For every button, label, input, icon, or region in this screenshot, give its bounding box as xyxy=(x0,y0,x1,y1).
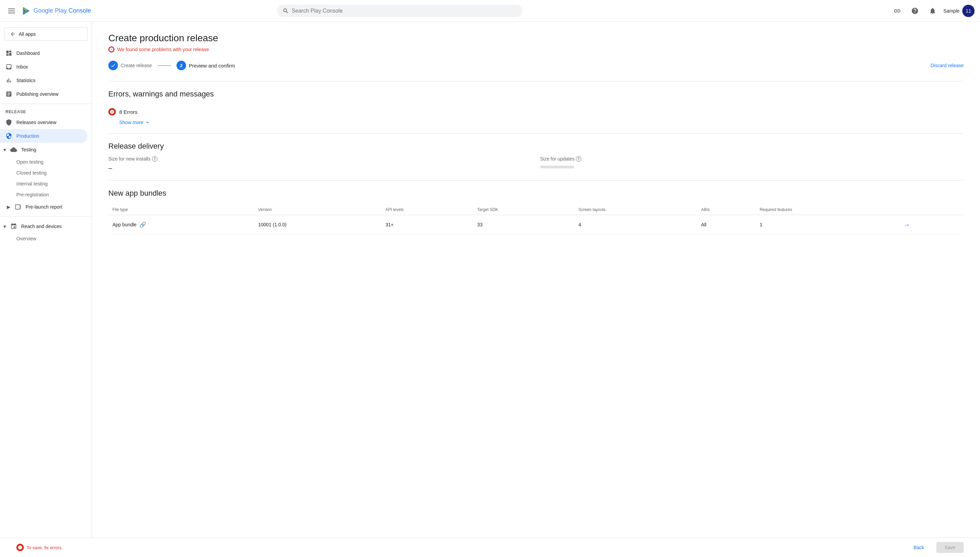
pre-registration-label: Pre-registration xyxy=(16,192,49,197)
bundle-detail-button[interactable]: → xyxy=(901,219,912,230)
step1-done-circle xyxy=(108,61,118,70)
cell-api-levels: 31+ xyxy=(381,215,473,235)
show-more-label: Show more xyxy=(119,120,143,125)
bottom-actions: Back Save xyxy=(905,542,964,553)
all-apps-label: All apps xyxy=(19,31,36,37)
sidebar-divider-2 xyxy=(0,217,92,217)
page-title: Create production release xyxy=(108,33,964,44)
col-target-sdk: Target SDK xyxy=(473,205,575,215)
divider-2 xyxy=(108,133,964,134)
inbox-label: Inbox xyxy=(16,64,28,70)
save-button[interactable]: Save xyxy=(936,542,964,553)
divider-1 xyxy=(108,81,964,81)
bundles-header-row: File type Version API levels Target SDK … xyxy=(108,205,964,215)
sidebar-item-overview[interactable]: Overview xyxy=(0,233,88,244)
bar-chart-icon xyxy=(5,77,12,84)
search-icon xyxy=(283,8,289,14)
col-abis: ABIs xyxy=(697,205,756,215)
google-play-logo xyxy=(22,6,31,16)
dashboard-icon xyxy=(5,50,12,57)
new-installs-value: – xyxy=(108,164,532,172)
new-installs-help-icon[interactable]: ? xyxy=(152,156,158,161)
back-arrow-icon xyxy=(10,31,16,37)
discard-release-button[interactable]: Discard release xyxy=(931,63,964,68)
publishing-icon xyxy=(5,91,12,98)
header-actions: Sample 11 xyxy=(891,4,975,18)
sidebar-item-pre-launch-report[interactable]: ▶ Pre-launch report xyxy=(0,200,88,214)
error-circle-icon xyxy=(108,108,116,116)
open-testing-label: Open testing xyxy=(16,159,43,164)
user-info[interactable]: Sample 11 xyxy=(944,5,975,17)
overview-label: Overview xyxy=(16,236,36,241)
internal-testing-label: Internal testing xyxy=(16,181,48,186)
production-icon xyxy=(5,133,12,139)
sidebar-item-pre-registration[interactable]: Pre-registration xyxy=(0,189,88,200)
bundle-link-icon: 🔗 xyxy=(139,221,146,228)
cell-target-sdk: 33 xyxy=(473,215,575,235)
table-row: App bundle 🔗 10001 (1.0.0) 31+ 33 4 All … xyxy=(108,215,964,235)
updates-loading-bar xyxy=(540,166,574,168)
releases-overview-label: Releases overview xyxy=(16,120,57,125)
help-button[interactable] xyxy=(908,4,922,18)
pre-launch-icon xyxy=(15,204,21,210)
sidebar-item-production[interactable]: Production xyxy=(0,129,88,143)
cell-screen-layouts: 4 xyxy=(575,215,697,235)
search-input[interactable] xyxy=(292,8,517,14)
sidebar-item-internal-testing[interactable]: Internal testing xyxy=(0,178,88,189)
step2-active-circle: 2 xyxy=(177,61,186,70)
sidebar: All apps Dashboard Inbox Statistics Pu xyxy=(0,22,92,537)
link-icon xyxy=(894,7,901,15)
sidebar-item-dashboard[interactable]: Dashboard xyxy=(0,46,88,60)
sidebar-item-releases-overview[interactable]: Releases overview xyxy=(0,116,88,129)
new-installs-label: Size for new installs ? xyxy=(108,156,532,161)
bottom-error-icon xyxy=(16,544,24,551)
sidebar-item-reach-and-devices[interactable]: ▾ Reach and devices xyxy=(0,220,88,233)
sidebar-item-open-testing[interactable]: Open testing xyxy=(0,156,88,168)
bundles-title: New app bundles xyxy=(108,189,964,198)
testing-icon xyxy=(10,146,17,153)
reach-icon xyxy=(10,223,17,230)
sidebar-item-testing[interactable]: ▾ Testing xyxy=(0,143,88,156)
updates-help-icon[interactable]: ? xyxy=(576,156,581,161)
menu-button[interactable] xyxy=(5,6,18,16)
dashboard-label: Dashboard xyxy=(16,50,40,56)
subtitle-text: We found some problems with your release xyxy=(117,47,209,52)
col-action xyxy=(897,205,964,215)
search-bar[interactable] xyxy=(277,5,522,17)
sidebar-item-closed-testing[interactable]: Closed testing xyxy=(0,168,88,178)
errors-section: Errors, warnings and messages 8 Errors S… xyxy=(108,90,964,125)
bundles-table: File type Version API levels Target SDK … xyxy=(108,205,964,235)
sidebar-item-inbox[interactable]: Inbox xyxy=(0,60,88,73)
step1-label: Create release xyxy=(120,63,152,68)
main-layout: All apps Dashboard Inbox Statistics Pu xyxy=(0,22,980,537)
new-installs-block: Size for new installs ? – xyxy=(108,156,532,172)
reach-and-devices-label: Reach and devices xyxy=(21,224,62,229)
divider-3 xyxy=(108,180,964,181)
error-icon xyxy=(18,545,23,550)
subtitle-error-icon xyxy=(108,46,114,52)
sidebar-item-publishing-overview[interactable]: Publishing overview xyxy=(0,87,88,101)
sidebar-item-statistics[interactable]: Statistics xyxy=(0,73,88,87)
arrow-right-icon: → xyxy=(903,221,910,229)
errors-section-title: Errors, warnings and messages xyxy=(108,90,964,99)
cell-required-features: 1 xyxy=(756,215,897,235)
show-more-button[interactable]: Show more xyxy=(108,120,964,125)
bottom-error-text: To save, fix errors xyxy=(27,545,62,550)
col-required-features: Required features xyxy=(756,205,897,215)
cell-abis: All xyxy=(697,215,756,235)
step-2: 2 Preview and confirm xyxy=(177,61,235,70)
notifications-button[interactable] xyxy=(926,4,939,18)
user-avatar: 11 xyxy=(962,5,975,17)
bottom-bar: To save, fix errors Back Save xyxy=(0,537,980,557)
step-1: Create release xyxy=(108,61,152,70)
top-header: Google Play Console Sample 11 xyxy=(0,0,980,22)
sidebar-divider-1 xyxy=(0,104,92,104)
all-apps-back-button[interactable]: All apps xyxy=(4,27,88,41)
delivery-section-title: Release delivery xyxy=(108,142,964,151)
back-button[interactable]: Back xyxy=(905,542,932,553)
publishing-overview-label: Publishing overview xyxy=(16,91,59,97)
error-count-text: 8 Errors xyxy=(119,109,137,115)
reach-collapse-icon: ▾ xyxy=(3,223,6,230)
release-section-label: Release xyxy=(0,107,92,116)
link-button[interactable] xyxy=(891,4,904,18)
